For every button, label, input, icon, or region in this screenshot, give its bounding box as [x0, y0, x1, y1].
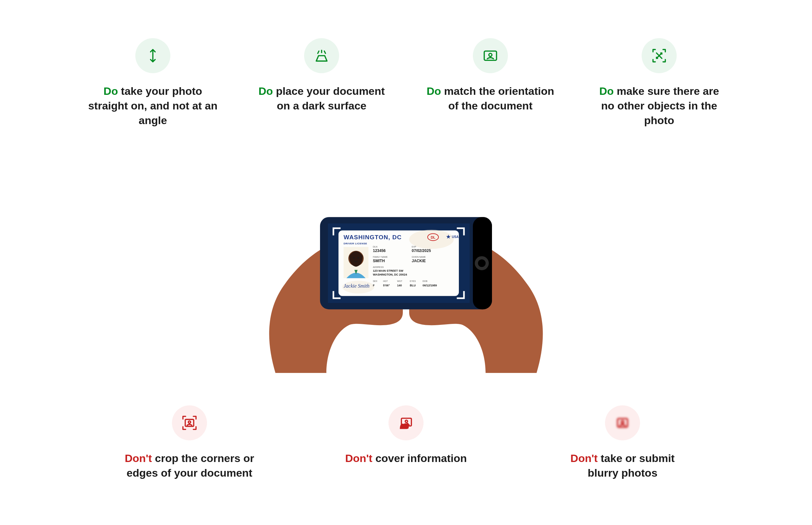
svg-text:GIVEN NAME: GIVEN NAME	[412, 256, 426, 258]
tip-do-dark-surface: Do place your document on a dark surface	[255, 38, 389, 128]
tip-dont-cover: Don't cover information	[339, 405, 473, 480]
svg-text:DOB: DOB	[423, 280, 427, 282]
svg-text:HGT: HGT	[383, 280, 388, 282]
id-signature: Jackie Smith	[344, 283, 369, 289]
svg-text:EXP: EXP	[412, 246, 416, 248]
tip-text: Don't take or submit blurry photos	[556, 451, 690, 480]
crop-icon	[172, 405, 207, 440]
id-wgt: 140	[397, 284, 402, 287]
svg-text:EYES: EYES	[410, 280, 416, 282]
id-addr1: 123 MAIN STREET SW	[373, 269, 404, 272]
no-objects-icon	[642, 38, 677, 73]
svg-text:WGT: WGT	[397, 280, 403, 282]
id-badge: DL	[431, 236, 436, 239]
tip-do-no-objects: Do make sure there are no other objects …	[592, 38, 726, 128]
svg-text:SEX: SEX	[373, 280, 377, 282]
dark-surface-icon	[304, 38, 339, 73]
tip-text: Do place your document on a dark surface	[255, 84, 389, 113]
id-addr2: WASHINGTON, DC 20024	[373, 273, 407, 276]
tip-dont-crop: Don't crop the corners or edges of your …	[122, 405, 256, 480]
tip-text: Do make sure there are no other objects …	[592, 84, 726, 128]
phone-id-illustration: WASHINGTON, DC DL ★ USA DRIVER LICENSE	[253, 176, 559, 373]
tip-do-orientation: Do match the orientation of the document	[423, 38, 557, 128]
tip-text: Don't cover information	[339, 451, 473, 466]
blurry-icon	[605, 405, 640, 440]
id-eyes: BLU	[410, 284, 416, 287]
id-given: JACKIE	[412, 259, 426, 263]
id-exp: 07/02/2025	[412, 249, 431, 253]
orientation-icon	[473, 38, 508, 73]
phone-icon: WASHINGTON, DC DL ★ USA DRIVER LICENSE	[320, 217, 492, 309]
svg-point-28	[188, 421, 190, 423]
id-hgt: 5'06"	[383, 284, 390, 287]
tip-do-straight-on: Do take your photo straight on, and not …	[86, 38, 220, 128]
cover-icon	[389, 405, 423, 440]
do-tips-row: Do take your photo straight on, and not …	[0, 38, 812, 128]
svg-text:★: ★	[446, 234, 451, 240]
tip-text: Do match the orientation of the document	[423, 84, 557, 113]
id-sex: F	[373, 284, 375, 287]
straight-on-icon	[135, 38, 170, 73]
svg-point-30	[405, 420, 408, 422]
id-country: USA	[452, 235, 459, 239]
svg-point-32	[621, 421, 624, 423]
svg-point-1	[489, 54, 492, 57]
svg-rect-0	[484, 51, 497, 60]
id-dob: 06/12/1989	[423, 284, 437, 287]
tip-text: Don't crop the corners or edges of your …	[122, 451, 256, 480]
dont-tips-row: Don't crop the corners or edges of your …	[0, 405, 812, 480]
tip-dont-blurry: Don't take or submit blurry photos	[556, 405, 690, 480]
svg-point-5	[478, 259, 485, 267]
tip-text: Do take your photo straight on, and not …	[86, 84, 220, 128]
